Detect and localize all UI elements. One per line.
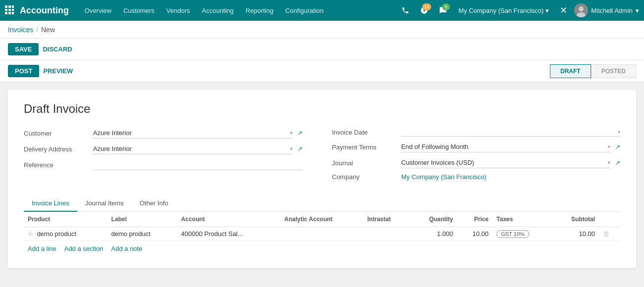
menu-overview[interactable]: Overview bbox=[79, 0, 117, 21]
grid-icon[interactable] bbox=[5, 5, 14, 16]
field-customer-label: Customer bbox=[24, 130, 93, 137]
action-bar: SAVE DISCARD bbox=[0, 39, 644, 60]
field-payment-terms-label: Payment Terms bbox=[332, 144, 401, 151]
post-button[interactable]: POST bbox=[8, 65, 39, 77]
col-intrastat: Intrastat bbox=[363, 212, 410, 227]
delivery-external-link[interactable]: ↗ bbox=[297, 145, 302, 152]
journal-external-link[interactable]: ↗ bbox=[615, 159, 620, 166]
breadcrumb-separator: / bbox=[36, 26, 38, 33]
message-icon-button[interactable]: 6 bbox=[436, 3, 450, 18]
journal-select[interactable]: Customer Invoices (USD) ▾ bbox=[401, 157, 611, 168]
table-row: ✛ demo product demo product 400000 Produ… bbox=[24, 227, 620, 241]
field-customer: Customer Azure Interior ▾ ↗ bbox=[24, 128, 302, 139]
company-dropdown-icon: ▾ bbox=[545, 7, 549, 14]
status-draft[interactable]: DRAFT bbox=[550, 64, 591, 78]
save-button[interactable]: SAVE bbox=[8, 43, 39, 55]
col-analytic: Analytic Account bbox=[280, 212, 363, 227]
invoice-date-dropdown-icon: ▾ bbox=[618, 129, 620, 135]
user-avatar bbox=[574, 3, 588, 17]
company-selector[interactable]: My Company (San Francisco) ▾ bbox=[454, 7, 553, 14]
payment-terms-external-link[interactable]: ↗ bbox=[615, 144, 620, 150]
app-logo: Accounting bbox=[20, 5, 69, 16]
field-journal: Journal Customer Invoices (USD) ▾ ↗ bbox=[332, 157, 621, 168]
invoice-date-select[interactable]: ▾ bbox=[401, 128, 621, 137]
form-grid: Customer Azure Interior ▾ ↗ Delivery Add… bbox=[24, 128, 620, 186]
add-line-link[interactable]: Add a line bbox=[28, 245, 56, 252]
discard-button[interactable]: DISCARD bbox=[43, 46, 72, 53]
cell-price[interactable]: 10.00 bbox=[457, 227, 493, 241]
drag-handle-icon[interactable]: ✛ bbox=[28, 230, 33, 238]
field-reference-label: Reference bbox=[24, 161, 93, 169]
col-price: Price bbox=[457, 212, 493, 227]
col-label: Label bbox=[107, 212, 177, 227]
menu-configuration[interactable]: Configuration bbox=[279, 0, 329, 21]
col-quantity: Quantity bbox=[410, 212, 457, 227]
add-section-link[interactable]: Add a section bbox=[64, 245, 103, 252]
close-button[interactable]: ✕ bbox=[557, 5, 570, 16]
svg-point-10 bbox=[579, 6, 584, 11]
journal-dropdown-icon: ▾ bbox=[608, 160, 610, 165]
tax-badge[interactable]: GST 10% bbox=[496, 230, 529, 238]
invoice-title: Draft Invoice bbox=[24, 102, 620, 116]
field-invoice-date: Invoice Date ▾ bbox=[332, 128, 621, 137]
invoice-tabs: Invoice Lines Journal Items Other Info bbox=[24, 195, 620, 212]
delivery-select-text: Azure Interior bbox=[93, 145, 290, 152]
customer-dropdown-icon: ▾ bbox=[290, 130, 293, 136]
user-menu[interactable]: Mitchell Admin ▾ bbox=[574, 3, 639, 17]
tab-journal-items[interactable]: Journal Items bbox=[77, 195, 132, 212]
status-bar: POST PREVIEW DRAFT POSTED bbox=[0, 60, 644, 82]
col-subtotal: Subtotal bbox=[552, 212, 599, 227]
svg-rect-8 bbox=[12, 12, 14, 14]
customer-external-link[interactable]: ↗ bbox=[297, 130, 302, 137]
svg-rect-3 bbox=[5, 9, 7, 11]
company-value-link[interactable]: My Company (San Francisco) bbox=[401, 173, 487, 181]
breadcrumb-parent[interactable]: Invoices bbox=[8, 26, 33, 34]
field-customer-value: Azure Interior ▾ ↗ bbox=[93, 128, 302, 139]
field-invoice-date-value: ▾ bbox=[401, 128, 621, 137]
menu-customers[interactable]: Customers bbox=[117, 0, 160, 21]
add-note-link[interactable]: Add a note bbox=[111, 245, 143, 252]
cell-analytic[interactable] bbox=[280, 227, 363, 241]
svg-rect-6 bbox=[5, 12, 7, 14]
breadcrumb: Invoices / New bbox=[0, 21, 644, 39]
delete-row-icon[interactable]: 🗑 bbox=[603, 230, 609, 238]
cell-row-actions: 🗑 bbox=[599, 227, 620, 241]
menu-accounting[interactable]: Accounting bbox=[196, 0, 240, 21]
topnav-right-section: 14 6 My Company (San Francisco) ▾ ✕ Mitc… bbox=[398, 3, 639, 18]
field-invoice-date-label: Invoice Date bbox=[332, 129, 401, 136]
status-posted[interactable]: POSTED bbox=[591, 64, 636, 78]
top-navigation: Accounting Overview Customers Vendors Ac… bbox=[0, 0, 644, 21]
col-product: Product bbox=[24, 212, 107, 227]
field-payment-terms-value: End of Following Month ▾ ↗ bbox=[401, 142, 621, 152]
reference-input[interactable] bbox=[93, 159, 302, 170]
phone-icon-button[interactable] bbox=[398, 3, 413, 18]
cell-taxes: GST 10% bbox=[493, 227, 552, 241]
main-content: Draft Invoice Customer Azure Interior ▾ … bbox=[0, 82, 644, 287]
cell-quantity[interactable]: 1.000 bbox=[410, 227, 457, 241]
col-actions bbox=[599, 212, 620, 227]
delivery-select[interactable]: Azure Interior ▾ bbox=[93, 144, 293, 154]
payment-terms-select[interactable]: End of Following Month ▾ bbox=[401, 142, 611, 152]
menu-reporting[interactable]: Reporting bbox=[240, 0, 279, 21]
tab-other-info[interactable]: Other Info bbox=[132, 195, 176, 212]
payment-terms-dropdown-icon: ▾ bbox=[608, 144, 610, 149]
customer-select-text: Azure Interior bbox=[93, 129, 290, 137]
preview-button[interactable]: PREVIEW bbox=[43, 67, 73, 75]
svg-rect-5 bbox=[12, 9, 14, 11]
company-name: My Company (San Francisco) bbox=[458, 7, 544, 14]
tab-invoice-lines[interactable]: Invoice Lines bbox=[24, 195, 77, 212]
svg-rect-7 bbox=[8, 12, 11, 14]
menu-vendors[interactable]: Vendors bbox=[160, 0, 196, 21]
cell-subtotal: 10.00 bbox=[552, 227, 599, 241]
svg-rect-1 bbox=[8, 5, 11, 8]
product-name[interactable]: demo product bbox=[37, 230, 77, 238]
field-delivery-address: Delivery Address Azure Interior ▾ ↗ bbox=[24, 144, 302, 154]
cell-account[interactable]: 400000 Product Sal... bbox=[177, 227, 280, 241]
journal-text: Customer Invoices (USD) bbox=[401, 159, 608, 166]
cell-intrastat[interactable] bbox=[363, 227, 410, 241]
col-account: Account bbox=[177, 212, 280, 227]
customer-select[interactable]: Azure Interior ▾ bbox=[93, 128, 293, 139]
cell-label[interactable]: demo product bbox=[107, 227, 177, 241]
field-journal-value: Customer Invoices (USD) ▾ ↗ bbox=[401, 157, 621, 168]
activity-icon-button[interactable]: 14 bbox=[417, 3, 432, 18]
